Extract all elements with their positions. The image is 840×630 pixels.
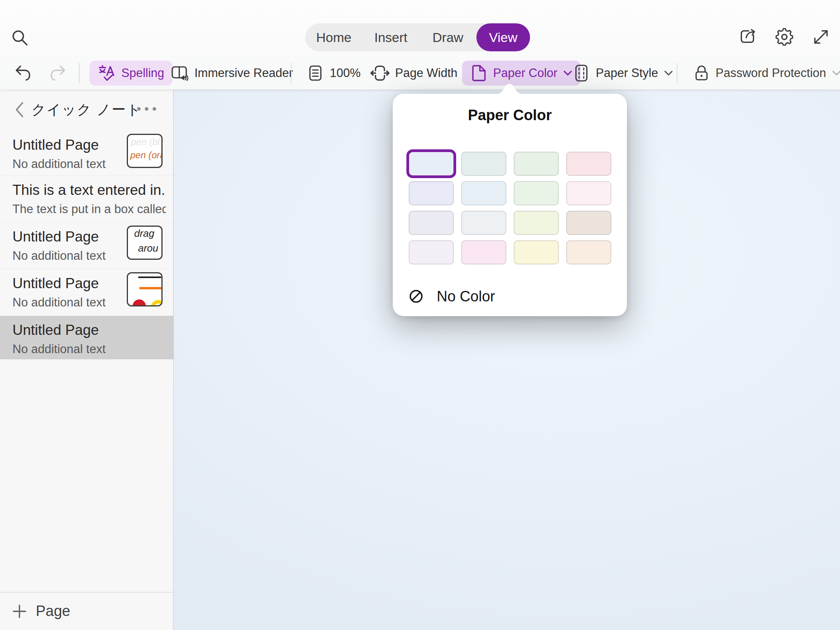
- no-color-icon: [409, 289, 424, 304]
- popover-title: Paper Color: [393, 107, 627, 124]
- undo-icon: [14, 63, 33, 83]
- paper-color-swatch[interactable]: [514, 152, 559, 176]
- paper-color-popover: Paper Color No Color: [393, 94, 627, 316]
- search-button[interactable]: [10, 28, 30, 48]
- password-protection-label: Password Protection: [716, 66, 826, 80]
- chevron-down-icon: [832, 70, 840, 76]
- view-toolbar: Spelling Immersive Reader: [0, 58, 840, 89]
- toolbar-divider: [677, 63, 677, 83]
- tab-home[interactable]: Home: [305, 23, 362, 51]
- undo-button[interactable]: [14, 58, 33, 89]
- paper-color-swatch[interactable]: [566, 152, 611, 176]
- page-list-sidebar: クイック ノート Untitled Page No additional tex…: [0, 89, 174, 630]
- ribbon-tabstrip: Home Insert Draw View: [305, 23, 530, 51]
- paper-color-swatch[interactable]: [566, 240, 611, 264]
- paper-color-swatch[interactable]: [461, 211, 506, 235]
- lock-icon: [693, 64, 710, 82]
- spelling-label: Spelling: [121, 66, 164, 80]
- page-subtitle: No additional text: [12, 342, 121, 356]
- thumbnail-ink-text: drag: [134, 228, 154, 240]
- page-width-label: Page Width: [395, 66, 457, 80]
- page-list-item[interactable]: This is a text entered in... The text is…: [0, 175, 174, 219]
- page-title: Untitled Page: [12, 137, 121, 153]
- zoom-button[interactable]: 100%: [307, 58, 360, 89]
- page-width-icon: [370, 63, 390, 83]
- expand-icon: [811, 27, 831, 47]
- paper-color-label: Paper Color: [493, 66, 557, 80]
- more-options-button[interactable]: [136, 106, 158, 112]
- paper-color-swatch[interactable]: [514, 211, 559, 235]
- immersive-reader-icon: [170, 64, 189, 82]
- toolbar-divider: [79, 63, 80, 83]
- ellipsis-icon: [136, 106, 158, 112]
- spelling-icon: [98, 64, 116, 82]
- thumbnail-ink-text: pen (ora: [130, 150, 163, 161]
- password-protection-button[interactable]: Password Protection: [693, 58, 840, 89]
- page-subtitle: The text is put in a box called...: [12, 202, 166, 216]
- paper-color-swatch[interactable]: [566, 181, 611, 205]
- thumbnail-ink-shapes: [128, 273, 161, 305]
- no-color-label: No Color: [437, 288, 495, 305]
- thumbnail-ink-text: pen (bl: [131, 136, 159, 147]
- page-title: Untitled Page: [12, 229, 121, 245]
- redo-icon: [47, 63, 67, 83]
- add-page-button[interactable]: Page: [0, 592, 173, 630]
- tab-draw[interactable]: Draw: [419, 23, 476, 51]
- popover-caret: [494, 83, 525, 94]
- paper-color-swatch-grid: [409, 152, 611, 264]
- paper-color-swatch[interactable]: [409, 240, 454, 264]
- page-list-item[interactable]: Untitled Page No additional text drag ar…: [0, 222, 174, 266]
- paper-color-swatch[interactable]: [409, 181, 454, 205]
- no-color-button[interactable]: No Color: [409, 287, 495, 305]
- page-list-item[interactable]: Untitled Page No additional text: [0, 269, 174, 313]
- paper-style-button[interactable]: Paper Style: [572, 58, 673, 89]
- page-thumbnail: drag arou: [127, 226, 163, 260]
- paper-color-swatch[interactable]: [514, 181, 559, 205]
- spelling-button[interactable]: Spelling: [89, 61, 173, 86]
- search-icon: [10, 28, 30, 48]
- sidebar-header: クイック ノート: [0, 89, 173, 128]
- page-subtitle: No additional text: [12, 157, 121, 171]
- tab-view[interactable]: View: [476, 23, 530, 51]
- page-list-item[interactable]: Untitled Page No additional text pen (bl…: [0, 131, 174, 174]
- page-title: Untitled Page: [12, 275, 121, 292]
- gear-icon: [775, 27, 794, 47]
- page-thumbnail: pen (bl pen (ora: [127, 134, 163, 168]
- paper-color-swatch[interactable]: [461, 240, 506, 264]
- redo-button[interactable]: [47, 58, 67, 89]
- paper-color-icon: [471, 64, 488, 82]
- onenote-app: Home Insert Draw View: [0, 0, 840, 630]
- paper-color-swatch[interactable]: [461, 152, 506, 176]
- immersive-reader-label: Immersive Reader: [194, 66, 293, 80]
- paper-color-swatch[interactable]: [514, 240, 559, 264]
- page-list-item-selected[interactable]: Untitled Page No additional text: [0, 316, 174, 359]
- chevron-down-icon: [564, 70, 572, 76]
- plus-icon: [12, 604, 27, 619]
- page-subtitle: No additional text: [12, 296, 121, 310]
- page-title: This is a text entered in...: [12, 182, 166, 198]
- paper-color-swatch[interactable]: [409, 152, 454, 176]
- fullscreen-button[interactable]: [811, 27, 831, 47]
- page-title: Untitled Page: [12, 322, 121, 338]
- paper-style-icon: [572, 64, 590, 82]
- page-thumbnail: [127, 272, 163, 306]
- paper-color-swatch[interactable]: [566, 211, 611, 235]
- add-page-label: Page: [36, 603, 70, 620]
- immersive-reader-button[interactable]: Immersive Reader: [170, 58, 293, 89]
- paper-color-swatch[interactable]: [461, 181, 506, 205]
- top-right-actions: [738, 27, 831, 47]
- settings-button[interactable]: [775, 27, 794, 47]
- paper-style-label: Paper Style: [596, 66, 658, 80]
- page-width-button[interactable]: Page Width: [370, 58, 457, 89]
- share-icon: [738, 27, 758, 47]
- tab-insert[interactable]: Insert: [362, 23, 420, 51]
- thumbnail-ink-text: arou: [138, 242, 158, 254]
- share-button[interactable]: [738, 27, 758, 47]
- paper-color-button[interactable]: Paper Color: [462, 61, 581, 86]
- chevron-down-icon: [664, 70, 673, 76]
- paper-color-swatch[interactable]: [409, 211, 454, 235]
- toolbar-divider: [291, 63, 292, 83]
- top-bar: Home Insert Draw View: [0, 0, 840, 89]
- zoom-document-icon: [307, 64, 324, 82]
- page-subtitle: No additional text: [12, 249, 121, 263]
